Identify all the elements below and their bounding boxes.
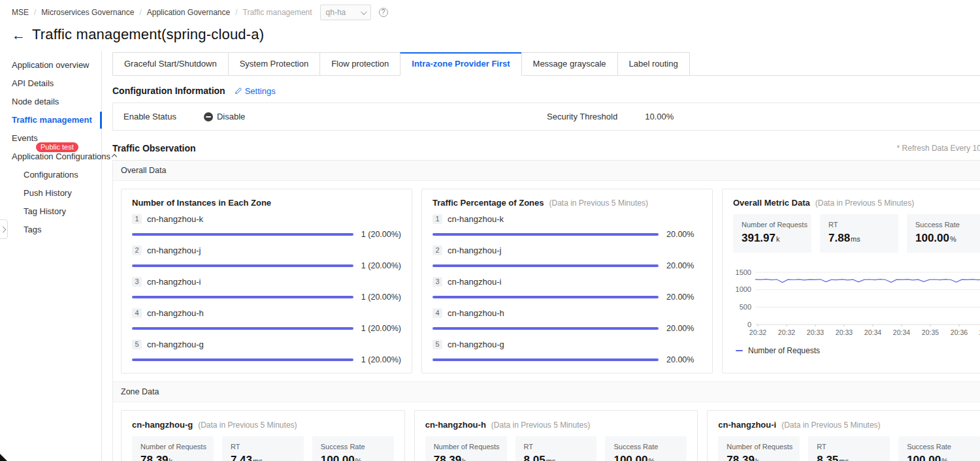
enable-status-value: Disable (217, 112, 245, 121)
zone-card-name: cn-hangzhou-g (132, 420, 193, 430)
bar-fill (132, 358, 353, 361)
metric-number: 78.39 (140, 454, 169, 461)
metric-tile-rt: RT8.05ms (515, 436, 597, 461)
zone-data-header: Zone Data (113, 381, 980, 402)
zone-name: cn-hangzhou-h (448, 308, 504, 318)
traffic-observation-title: Traffic Observation (112, 143, 196, 153)
metric-unit: ms (546, 457, 556, 461)
rank-badge: 2 (433, 246, 442, 255)
sidebar-collapse-handle[interactable] (0, 219, 8, 239)
zone-name: cn-hangzhou-i (147, 277, 201, 287)
sidebar-item-tags[interactable]: Tags (0, 221, 101, 239)
sidebar-item-application-configurations[interactable]: Public testApplication Configurations (0, 148, 101, 166)
bar-value: 20.00% (659, 324, 702, 333)
sidebar-item-tag-history[interactable]: Tag History (0, 202, 101, 221)
help-icon[interactable]: ? (379, 8, 388, 17)
metric-unit: k (169, 457, 173, 461)
breadcrumb: MSE/Microservices Governance/Application… (0, 0, 980, 25)
sidebar-item-application-overview[interactable]: Application overview (0, 56, 101, 74)
zone-name: cn-hangzhou-k (448, 214, 504, 224)
metric-tile-number-of-requests: Number of Requests78.39k (132, 436, 214, 461)
zone-name: cn-hangzhou-j (448, 246, 501, 255)
svg-text:500: 500 (740, 303, 751, 311)
zone-name: cn-hangzhou-i (448, 277, 501, 287)
security-threshold-value: 10.00% (645, 112, 674, 121)
tab-message-grayscale[interactable]: Message grayscale (521, 52, 618, 76)
zone-card-name: cn-hangzhou-h (425, 420, 486, 430)
traffic-card-subtitle: (Data in Previous 5 Minutes) (549, 199, 648, 208)
tab-bar: Graceful Start/ShutdownSystem Protection… (112, 52, 980, 76)
enable-status-label: Enable Status (123, 112, 176, 121)
rank-badge: 1 (433, 214, 442, 224)
sidebar-item-configurations[interactable]: Configurations (0, 166, 101, 184)
bar-track (132, 264, 353, 267)
breadcrumb-item-1[interactable]: Microservices Governance (41, 8, 134, 17)
zone-bar-row: 2cn-hangzhou-j1 (20.00%) (132, 246, 401, 270)
sidebar-item-api-details[interactable]: API Details (0, 74, 101, 93)
zone-card-subtitle: (Data in Previous 5 Minutes) (198, 421, 297, 430)
zone-name: cn-hangzhou-g (448, 340, 504, 349)
rank-badge: 2 (132, 246, 142, 255)
metric-tile-success-rate: Success Rate100.00% (605, 436, 687, 461)
metric-number: 78.39 (727, 454, 755, 461)
breadcrumb-item-2[interactable]: Application Governance (147, 8, 230, 17)
svg-text:20:33: 20:33 (807, 328, 824, 336)
config-info-box: Enable Status Disable Security Threshold… (112, 103, 980, 131)
sidebar-item-node-details[interactable]: Node details (0, 93, 101, 111)
bar-value: 20.00% (659, 293, 702, 302)
metric-unit: ms (839, 457, 849, 461)
bar-fill (132, 327, 353, 330)
refresh-note: * Refresh Data Every 10 Seconds (897, 144, 980, 153)
metric-number: 100.00 (321, 454, 355, 461)
settings-link[interactable]: Settings (235, 86, 276, 96)
sidebar-item-traffic-management[interactable]: Traffic management (0, 111, 101, 129)
tab-graceful-start-shutdown[interactable]: Graceful Start/Shutdown (112, 52, 229, 76)
breadcrumb-separator: / (235, 8, 237, 17)
env-select[interactable]: qh-ha (320, 5, 371, 20)
overall-data-header: Overall Data (113, 161, 980, 181)
svg-text:20:34: 20:34 (893, 328, 910, 336)
sidebar-item-label: API Details (12, 78, 54, 88)
svg-text:20:32: 20:32 (778, 328, 795, 336)
metric-value: 7.88ms (828, 232, 890, 245)
zone-name: cn-hangzhou-h (147, 308, 204, 318)
svg-text:20:35: 20:35 (922, 328, 939, 336)
zone-bar-row: 1cn-hangzhou-k1 (20.00%) (132, 214, 401, 239)
metric-unit: % (950, 235, 956, 243)
main-content: Graceful Start/ShutdownSystem Protection… (102, 51, 980, 461)
bar-track (433, 327, 659, 330)
metric-unit: ms (253, 457, 263, 461)
svg-text:20:33: 20:33 (836, 328, 853, 336)
bar-track (132, 233, 353, 236)
sidebar-item-push-history[interactable]: Push History (0, 184, 101, 202)
breadcrumb-separator: / (34, 8, 36, 17)
svg-text:0: 0 (747, 321, 751, 328)
zone-card-cn-hangzhou-g: cn-hangzhou-g(Data in Previous 5 Minutes… (121, 410, 405, 461)
security-threshold-label: Security Threshold (547, 112, 617, 121)
zone-bar-row: 2cn-hangzhou-j20.00% (433, 246, 702, 270)
instances-card-title: Number of Instances in Each Zone (132, 198, 271, 208)
bar-fill (433, 327, 659, 330)
zone-card-name: cn-hangzhou-i (718, 420, 776, 430)
metric-label: Success Rate (907, 443, 972, 451)
bar-value: 20.00% (659, 230, 702, 239)
tab-system-protection[interactable]: System Protection (228, 52, 321, 76)
metric-number: 8.35 (817, 454, 838, 461)
zone-bar-row: 4cn-hangzhou-h1 (20.00%) (132, 308, 401, 333)
bar-fill (433, 358, 659, 361)
tab-intra-zone-provider-first[interactable]: Intra-zone Provider First (400, 52, 521, 76)
zone-name: cn-hangzhou-k (147, 214, 203, 224)
bar-fill (132, 264, 353, 267)
metric-number: 8.05 (524, 454, 546, 461)
page-corner-marker (0, 454, 7, 461)
tab-flow-protection[interactable]: Flow protection (319, 52, 400, 76)
metric-unit: k (776, 235, 780, 243)
metric-label: Success Rate (321, 443, 385, 451)
settings-link-label: Settings (245, 86, 276, 96)
zone-bar-row: 3cn-hangzhou-i20.00% (433, 277, 702, 302)
zone-card-cn-hangzhou-h: cn-hangzhou-h(Data in Previous 5 Minutes… (414, 410, 698, 461)
tab-label-routing[interactable]: Label routing (617, 52, 690, 76)
metric-tile-rt: RT7.88ms (820, 214, 898, 253)
breadcrumb-item-0[interactable]: MSE (12, 8, 29, 17)
back-arrow-icon[interactable]: ← (12, 28, 25, 42)
